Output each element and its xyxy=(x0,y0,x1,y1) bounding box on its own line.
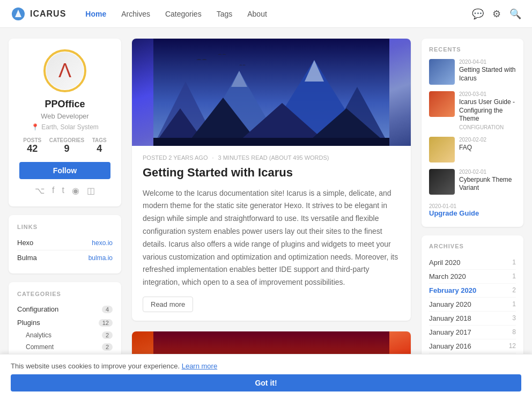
archive-row-1[interactable]: March 2020 1 xyxy=(429,270,516,284)
social-links: ⌥ f t ◉ ◫ xyxy=(19,186,110,196)
svg-rect-13 xyxy=(153,138,389,146)
post-card-1: POSTED 2 YEARS AGO · 3 MINUTES READ (ABO… xyxy=(132,39,411,321)
dribbble-social-icon[interactable]: ◉ xyxy=(72,186,79,196)
post-hero-1 xyxy=(132,39,411,146)
nav-archives[interactable]: Archives xyxy=(115,6,157,21)
recent-info-0: 2020-04-01 Getting Started with Icarus xyxy=(459,59,516,85)
avatar-icon: Λ xyxy=(58,60,71,82)
cookie-learn-more[interactable]: Learn more xyxy=(182,362,217,370)
post-excerpt-1: Welcome to the Icarus documentation site… xyxy=(143,187,400,289)
recent-item-2[interactable]: 2020-02-02 FAQ xyxy=(429,137,516,162)
nav-categories[interactable]: Categories xyxy=(159,6,208,21)
right-sidebar: RECENTS 2020-04-01 Getting Started with … xyxy=(422,39,523,399)
avatar-ring: Λ xyxy=(43,49,86,92)
recent-item-0[interactable]: 2020-04-01 Getting Started with Icarus xyxy=(429,59,516,85)
profile-card: Λ PPOffice Web Developer 📍 Earth, Solar … xyxy=(9,39,121,206)
recent-thumb-0 xyxy=(429,59,455,85)
navbar-icons: 💬 ⚙ 🔍 xyxy=(472,8,521,20)
links-title: LINKS xyxy=(17,224,113,230)
navbar: ICARUS Home Archives Categories Tags Abo… xyxy=(0,0,532,28)
categories-title: CATEGORIES xyxy=(17,291,113,297)
recent-standalone[interactable]: 2020-01-01 Upgrade Guide xyxy=(429,201,516,219)
stat-categories: CATEGORIES 9 xyxy=(49,137,84,154)
recent-thumb-2 xyxy=(429,137,455,162)
recent-item-3[interactable]: 2020-02-01 Cyberpunk Theme Variant xyxy=(429,169,516,195)
twitter-social-icon[interactable]: t xyxy=(62,186,64,196)
archive-row-2[interactable]: February 2020 2 xyxy=(429,284,516,298)
brand-name: ICARUS xyxy=(30,9,66,19)
recent-item-1[interactable]: 2020-03-01 Icarus User Guide - Configuri… xyxy=(429,91,516,130)
sub-cat-analytics[interactable]: Analytics 2 xyxy=(17,329,113,341)
github-icon-btn[interactable]: ⚙ xyxy=(492,8,501,20)
brand-link[interactable]: ICARUS xyxy=(11,6,66,21)
stat-tags: TAGS 4 xyxy=(92,137,107,154)
avatar: Λ xyxy=(46,52,84,90)
comment-icon-btn[interactable]: 💬 xyxy=(472,8,484,20)
post-body-1: POSTED 2 YEARS AGO · 3 MINUTES READ (ABO… xyxy=(132,146,411,321)
recent-info-3: 2020-02-01 Cyberpunk Theme Variant xyxy=(459,169,516,195)
recents-title: RECENTS xyxy=(429,46,516,53)
nav-about[interactable]: About xyxy=(241,6,274,21)
main-content: POSTED 2 YEARS AGO · 3 MINUTES READ (ABO… xyxy=(132,39,411,399)
links-card: LINKS Hexo hexo.io Bulma bulma.io xyxy=(9,215,121,274)
recent-info-1: 2020-03-01 Icarus User Guide - Configuri… xyxy=(459,91,516,130)
rss-social-icon[interactable]: ◫ xyxy=(87,186,95,196)
page-wrapper: Λ PPOffice Web Developer 📍 Earth, Solar … xyxy=(0,28,532,399)
facebook-social-icon[interactable]: f xyxy=(52,186,54,196)
profile-stats: POSTS 42 CATEGORIES 9 TAGS 4 xyxy=(19,137,110,154)
cookie-accept-button[interactable]: Got it! xyxy=(11,374,521,391)
archive-row-6[interactable]: January 2016 12 xyxy=(429,339,516,353)
profile-role: Web Developer xyxy=(19,112,110,120)
recent-info-2: 2020-02-02 FAQ xyxy=(459,137,516,162)
recent-thumb-1 xyxy=(429,91,455,117)
follow-button[interactable]: Follow xyxy=(19,162,110,179)
stat-posts: POSTS 42 xyxy=(23,137,41,154)
github-social-icon[interactable]: ⌥ xyxy=(35,186,45,196)
sub-cat-comment[interactable]: Comment 2 xyxy=(17,341,113,353)
cookie-text: This website uses cookies to improve you… xyxy=(11,362,521,370)
nav-home[interactable]: Home xyxy=(79,6,113,21)
left-sidebar: Λ PPOffice Web Developer 📍 Earth, Solar … xyxy=(9,39,121,399)
archives-title: ARCHIVES xyxy=(429,243,516,249)
location-pin-icon: 📍 xyxy=(31,123,39,131)
post-title-1[interactable]: Getting Started with Icarus xyxy=(143,165,400,181)
recent-thumb-3 xyxy=(429,169,455,195)
link-bulma[interactable]: Bulma bulma.io xyxy=(17,250,113,265)
post-meta-1: POSTED 2 YEARS AGO · 3 MINUTES READ (ABO… xyxy=(143,154,400,161)
profile-location: 📍 Earth, Solar System xyxy=(19,123,110,131)
brand-icon xyxy=(11,6,26,21)
nav-tags[interactable]: Tags xyxy=(210,6,239,21)
recents-section: RECENTS 2020-04-01 Getting Started with … xyxy=(422,39,523,227)
search-icon-btn[interactable]: 🔍 xyxy=(509,8,521,20)
profile-name: PPOffice xyxy=(19,99,110,110)
cookie-banner: This website uses cookies to improve you… xyxy=(0,354,532,399)
archive-row-0[interactable]: April 2020 1 xyxy=(429,256,516,270)
archive-row-3[interactable]: January 2020 1 xyxy=(429,298,516,312)
cat-plugins[interactable]: Plugins 12 xyxy=(17,316,113,329)
archive-row-5[interactable]: January 2017 8 xyxy=(429,326,516,339)
link-hexo[interactable]: Hexo hexo.io xyxy=(17,235,113,250)
nav-links: Home Archives Categories Tags About xyxy=(79,6,472,21)
archive-row-4[interactable]: January 2018 3 xyxy=(429,312,516,326)
cat-configuration[interactable]: Configuration 4 xyxy=(17,302,113,316)
read-more-btn-1[interactable]: Read more xyxy=(143,297,193,312)
